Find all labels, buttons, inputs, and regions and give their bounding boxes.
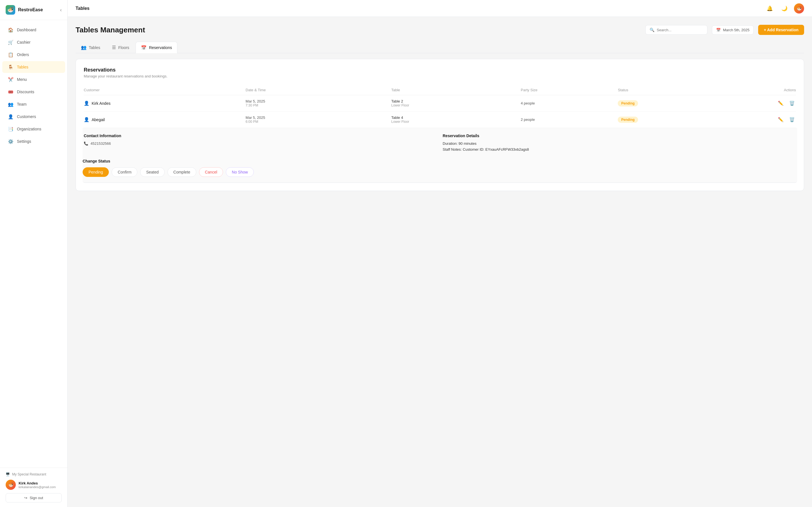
customer-cell-1: 👤 Kirk Andes	[84, 101, 246, 106]
status-pending-button[interactable]: Pending	[83, 167, 109, 177]
duration-value: Duration: 90 minutes	[443, 142, 796, 146]
sidebar-item-customers[interactable]: 👤 Customers	[2, 111, 65, 122]
sidebar-label-cashier: Cashier	[17, 40, 31, 45]
nav-menu: 🏠 Dashboard 🛒 Cashier 📋 Orders 🪑 Tables …	[0, 20, 67, 467]
edit-button-1[interactable]: ✏️	[777, 100, 784, 107]
customers-icon: 👤	[8, 114, 13, 119]
user-email: kirkalainandes@gmail.com	[18, 485, 62, 489]
sidebar-item-menu[interactable]: ✂️ Menu	[2, 73, 65, 86]
organizations-icon: 📑	[8, 126, 13, 132]
sidebar-item-discounts[interactable]: 🎟️ Discounts	[2, 86, 65, 98]
dashboard-icon: 🏠	[8, 27, 13, 33]
search-input[interactable]	[657, 28, 703, 32]
sidebar-item-organizations[interactable]: 📑 Organizations	[2, 123, 65, 135]
phone-value: 4521532566	[91, 142, 111, 146]
app-name: RestroEase	[18, 7, 43, 12]
col-actions: Actions	[715, 88, 796, 92]
expanded-detail: Contact Information 📞 4521532566 Reserva…	[83, 128, 797, 183]
sidebar-item-team[interactable]: 👥 Team	[2, 98, 65, 110]
sign-out-button[interactable]: ↪ Sign out	[6, 493, 62, 503]
search-box[interactable]: 🔍	[645, 25, 707, 35]
change-status-section: Change Status Pending Confirm Seated Com…	[83, 153, 797, 177]
delete-button-2[interactable]: 🗑️	[788, 116, 796, 123]
settings-icon: ⚙️	[8, 138, 13, 144]
add-button-label: + Add Reservation	[764, 27, 799, 32]
table-value-1: Table 2 Lower Floor	[391, 99, 521, 107]
team-icon: 👥	[8, 101, 13, 107]
col-status: Status	[618, 88, 715, 92]
sidebar-item-tables[interactable]: 🪑 Tables	[2, 61, 65, 73]
main-content: Tables 🔔 🌙 🍜 Tables Management 🔍 📅 March…	[68, 0, 812, 507]
status-badge-1: Pending	[618, 100, 638, 107]
sidebar-item-cashier[interactable]: 🛒 Cashier	[2, 36, 65, 48]
page-header: Tables Management 🔍 📅 March 5th, 2025 + …	[75, 25, 804, 35]
col-table: Table	[391, 88, 521, 92]
dark-mode-icon[interactable]: 🌙	[779, 3, 790, 13]
details-section-title: Reservation Details	[443, 133, 796, 138]
tables-tab-icon: 👥	[81, 45, 87, 50]
sign-out-label: Sign out	[30, 496, 43, 500]
actions-cell-2: ✏️ 🗑️	[715, 116, 796, 123]
date-picker[interactable]: 📅 March 5th, 2025	[712, 25, 754, 35]
table-name-1: Table 2	[391, 99, 521, 103]
user-name: Kirk Andes	[18, 481, 62, 485]
date-label: March 5th, 2025	[723, 28, 749, 32]
header-title: Tables	[75, 6, 760, 11]
table-header: Customer Date & Time Table Party Size St…	[84, 85, 796, 95]
party-size-2: 2 people	[521, 117, 618, 122]
table-name-2: Table 4	[391, 115, 521, 120]
customer-name-2: Abegail	[92, 117, 105, 122]
date-value-1: Mar 5, 2025	[246, 99, 391, 103]
orders-icon: 📋	[8, 52, 13, 57]
time-value-1: 7:30 PM	[246, 103, 391, 107]
sidebar-item-dashboard[interactable]: 🏠 Dashboard	[2, 24, 65, 36]
delete-button-1[interactable]: 🗑️	[788, 100, 796, 107]
customer-cell-2: 👤 Abegail	[84, 117, 246, 122]
status-seated-button[interactable]: Seated	[140, 167, 164, 177]
tab-reservations[interactable]: 📅 Reservations	[136, 42, 177, 53]
expanded-grid: Contact Information 📞 4521532566 Reserva…	[83, 133, 797, 153]
logo-icon: 🍜	[6, 5, 15, 15]
reservations-tab-label: Reservations	[149, 45, 172, 50]
sidebar-label-customers: Customers	[17, 114, 36, 119]
sidebar-label-discounts: Discounts	[17, 90, 34, 94]
status-confirm-button[interactable]: Confirm	[112, 167, 137, 177]
sidebar-label-organizations: Organizations	[17, 127, 41, 131]
status-cancel-button[interactable]: Cancel	[199, 167, 223, 177]
reservations-tab-icon: 📅	[141, 45, 147, 50]
card-title: Reservations	[84, 67, 796, 73]
change-status-label: Change Status	[83, 159, 797, 163]
sidebar-label-team: Team	[17, 102, 27, 107]
collapse-icon[interactable]: ‹	[60, 7, 62, 13]
header-avatar[interactable]: 🍜	[794, 3, 804, 13]
content-area: Tables Management 🔍 📅 March 5th, 2025 + …	[68, 17, 812, 507]
reservations-card: Reservations Manage your restaurant rese…	[75, 59, 804, 191]
status-complete-button[interactable]: Complete	[167, 167, 196, 177]
cashier-icon: 🛒	[8, 40, 13, 45]
sidebar-bottom: 🖥️ My Special Restaurant 🍜 Kirk Andes ki…	[0, 467, 67, 507]
add-reservation-button[interactable]: + Add Reservation	[758, 25, 804, 35]
table-row[interactable]: 👤 Abegail Mar 5, 2025 6:00 PM Table 4 Lo…	[84, 112, 796, 128]
col-datetime: Date & Time	[246, 88, 391, 92]
sidebar-label-dashboard: Dashboard	[17, 27, 36, 32]
sidebar-item-settings[interactable]: ⚙️ Settings	[2, 135, 65, 147]
notification-icon[interactable]: 🔔	[765, 3, 775, 13]
sidebar-item-orders[interactable]: 📋 Orders	[2, 49, 65, 61]
tab-tables[interactable]: 👥 Tables	[75, 42, 105, 53]
customer-name-1: Kirk Andes	[92, 101, 110, 106]
details-section: Reservation Details Duration: 90 minutes…	[443, 133, 796, 153]
menu-icon: ✂️	[8, 76, 13, 82]
reservations-table: Customer Date & Time Table Party Size St…	[84, 85, 796, 183]
party-size-1: 4 people	[521, 101, 618, 105]
sidebar-label-settings: Settings	[17, 139, 31, 144]
status-buttons: Pending Confirm Seated Complete Cancel N…	[83, 167, 797, 177]
sidebar-label-tables: Tables	[17, 65, 28, 69]
table-row[interactable]: 👤 Kirk Andes Mar 5, 2025 7:30 PM Table 2…	[84, 95, 796, 112]
tables-tab-label: Tables	[89, 45, 100, 50]
restaurant-name: 🖥️ My Special Restaurant	[6, 472, 62, 476]
logo-area: 🍜 RestroEase ‹	[0, 0, 67, 20]
tab-floors[interactable]: ☰ Floors	[107, 42, 135, 53]
status-noshow-button[interactable]: No Show	[226, 167, 254, 177]
edit-button-2[interactable]: ✏️	[777, 116, 784, 123]
status-badge-2: Pending	[618, 117, 638, 123]
